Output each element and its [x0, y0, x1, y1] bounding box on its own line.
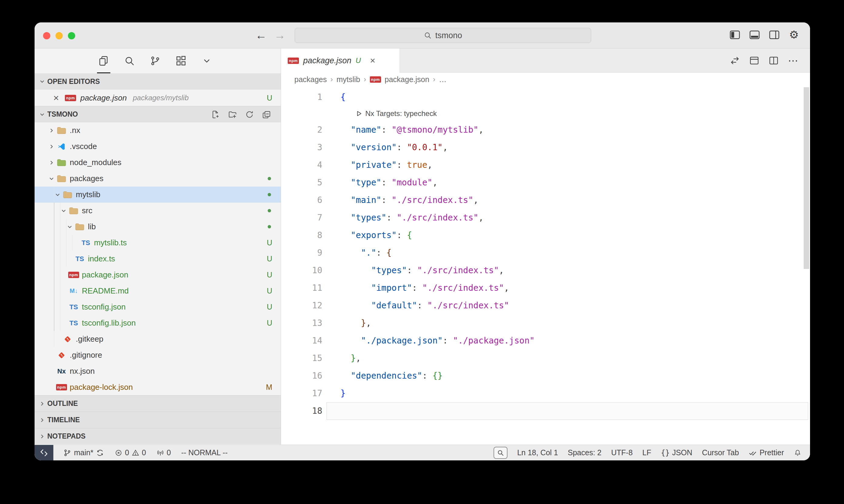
line-number: 6: [281, 192, 322, 209]
minimize-window-button[interactable]: [55, 32, 63, 39]
settings-gear-icon[interactable]: ⚙: [788, 29, 800, 41]
code-line-16[interactable]: 16 "dependencies": {}: [281, 367, 810, 385]
explorer-icon[interactable]: [98, 55, 110, 67]
source-control-icon[interactable]: [149, 55, 161, 67]
open-changes-icon[interactable]: [729, 55, 740, 66]
close-editor-icon[interactable]: ×: [52, 92, 61, 104]
notifications-bell-icon[interactable]: [794, 449, 802, 457]
breadcrumb-mytslib[interactable]: mytslib: [337, 75, 360, 84]
timeline-header[interactable]: TIMELINE: [35, 412, 281, 428]
code-line-9[interactable]: 9 ".": {: [281, 244, 810, 262]
toggle-sidebar-left-icon[interactable]: [729, 29, 741, 41]
tree-item-tsconfig-lib-json[interactable]: TStsconfig.lib.jsonU: [35, 315, 281, 331]
remote-indicator[interactable]: [35, 445, 53, 461]
breadcrumb-packages[interactable]: packages: [294, 75, 327, 84]
command-center-search[interactable]: tsmono: [295, 28, 591, 43]
forward-icon[interactable]: →: [272, 28, 288, 42]
back-icon[interactable]: ←: [254, 28, 269, 42]
chevron-right-icon: [48, 143, 55, 150]
cursor-position-status[interactable]: Ln 18, Col 1: [517, 448, 558, 457]
toggle-sidebar-right-icon[interactable]: [769, 29, 780, 41]
new-folder-icon[interactable]: [228, 110, 237, 119]
tree-item-tsconfig-json[interactable]: TStsconfig.jsonU: [35, 299, 281, 315]
code-line-1[interactable]: 1{: [281, 88, 810, 106]
zoom-window-button[interactable]: [68, 32, 75, 39]
code-line-7[interactable]: 7 "types": "./src/index.ts",: [281, 209, 810, 227]
formatter-status[interactable]: Prettier: [748, 448, 784, 457]
code-editor[interactable]: 1{Nx Targets: typecheck2 "name": "@tsmon…: [281, 86, 810, 445]
cursor-tab-status[interactable]: Cursor Tab: [702, 448, 739, 457]
open-preview-icon[interactable]: [749, 55, 760, 66]
breadcrumb-symbol[interactable]: …: [439, 75, 447, 84]
code-line-3[interactable]: 3 "version": "0.0.1",: [281, 139, 810, 156]
open-editor-filename: package.json: [80, 93, 127, 103]
breadcrumb-file[interactable]: package.json: [385, 75, 429, 84]
tree-item-index-ts[interactable]: TSindex.tsU: [35, 251, 281, 267]
code-line-10[interactable]: 10 "types": "./src/index.ts",: [281, 262, 810, 279]
branch-status[interactable]: main*: [63, 448, 104, 457]
refresh-icon[interactable]: [245, 110, 254, 119]
open-editors-header[interactable]: OPEN EDITORS: [35, 73, 281, 90]
codelens-nx-targets[interactable]: Nx Targets: typecheck: [356, 106, 810, 121]
npm-icon: npm: [288, 57, 299, 64]
code-line-5[interactable]: 5 "type": "module",: [281, 174, 810, 192]
tree-item-vscode[interactable]: .vscode: [35, 139, 281, 155]
line-content: "exports": {: [341, 227, 412, 244]
tree-item-package-json[interactable]: npmpackage.jsonU: [35, 267, 281, 283]
code-line-18[interactable]: 18: [281, 402, 810, 420]
line-number: 17: [281, 385, 322, 402]
language-mode-status[interactable]: {} JSON: [661, 448, 692, 457]
tree-item-lib[interactable]: lib: [35, 219, 281, 235]
tree-item-gitignore[interactable]: .gitignore: [35, 347, 281, 363]
tree-item-gitkeep[interactable]: .gitkeep: [35, 331, 281, 347]
split-editor-icon[interactable]: [768, 55, 779, 66]
zoom-indicator[interactable]: [494, 447, 507, 459]
code-line-8[interactable]: 8 "exports": {: [281, 227, 810, 244]
search-view-icon[interactable]: [123, 55, 136, 67]
explorer-project-header[interactable]: TSMONO: [35, 106, 281, 122]
indentation-status[interactable]: Spaces: 2: [568, 448, 601, 457]
code-line-13[interactable]: 13 },: [281, 314, 810, 332]
toggle-panel-icon[interactable]: [749, 29, 760, 41]
code-line-17[interactable]: 17}: [281, 385, 810, 402]
tab-close-icon[interactable]: ×: [370, 55, 375, 66]
line-number: 13: [281, 314, 322, 332]
more-views-chevron-icon[interactable]: [201, 55, 213, 67]
tree-item-nx-json[interactable]: Nxnx.json: [35, 363, 281, 379]
collapse-all-icon[interactable]: [262, 110, 271, 119]
problems-status[interactable]: 0 0: [115, 448, 146, 457]
code-line-12[interactable]: 12 "default": "./src/index.ts": [281, 297, 810, 314]
outline-header[interactable]: OUTLINE: [35, 395, 281, 412]
notepads-header[interactable]: NOTEPADS: [35, 428, 281, 444]
code-line-2[interactable]: 2 "name": "@tsmono/mytslib",: [281, 121, 810, 139]
code-line-4[interactable]: 4 "private": true,: [281, 156, 810, 174]
encoding-status[interactable]: UTF-8: [611, 448, 633, 457]
tree-item-readme-md[interactable]: M↓README.mdU: [35, 283, 281, 299]
code-line-6[interactable]: 6 "main": "./src/index.ts",: [281, 192, 810, 209]
eol-status[interactable]: LF: [642, 448, 651, 457]
new-file-icon[interactable]: [211, 110, 220, 119]
tree-item-mytslib[interactable]: mytslib: [35, 186, 281, 203]
tree-item-src[interactable]: src: [35, 203, 281, 219]
git-status-badge: U: [267, 238, 272, 247]
remote-icon: [39, 448, 49, 458]
code-line-15[interactable]: 15 },: [281, 349, 810, 367]
more-actions-icon[interactable]: ⋯: [788, 55, 798, 66]
line-content: "default": "./src/index.ts": [341, 297, 509, 314]
tab-package-json[interactable]: npm package.json U ×: [281, 49, 400, 73]
close-window-button[interactable]: [43, 32, 50, 39]
tree-item-node-modules[interactable]: node_modules: [35, 155, 281, 170]
code-line-11[interactable]: 11 "import": "./src/index.ts",: [281, 279, 810, 297]
tree-item-package-lock-json[interactable]: npmpackage-lock.jsonM: [35, 379, 281, 395]
tree-item-packages[interactable]: packages: [35, 170, 281, 186]
editor-scrollbar[interactable]: [804, 87, 809, 269]
open-editor-item[interactable]: × npm package.json packages/mytslib U: [35, 90, 281, 106]
breadcrumb-separator: ›: [364, 75, 366, 84]
extensions-icon[interactable]: [175, 55, 187, 67]
tree-item-nx[interactable]: .nx: [35, 122, 281, 139]
ports-status[interactable]: 0: [156, 448, 171, 457]
line-content: },: [341, 314, 371, 332]
tree-item-mytslib-ts[interactable]: TSmytslib.tsU: [35, 235, 281, 251]
code-line-14[interactable]: 14 "./package.json": "./package.json": [281, 332, 810, 349]
indent-guide: [54, 251, 54, 267]
